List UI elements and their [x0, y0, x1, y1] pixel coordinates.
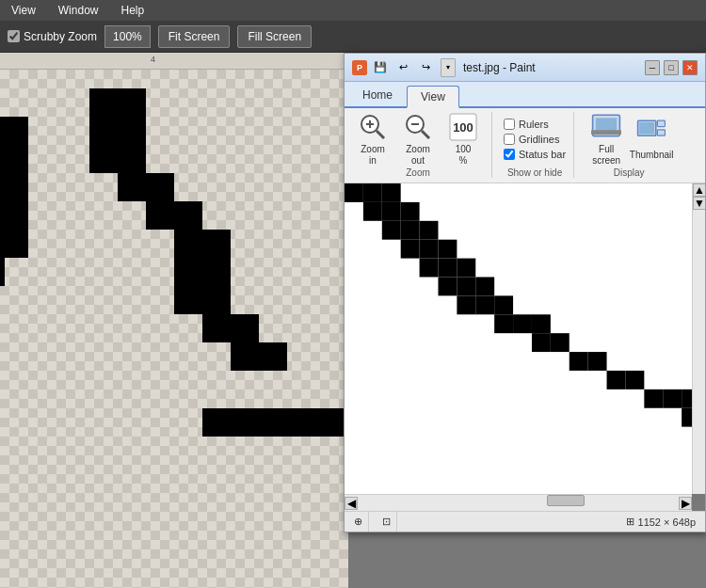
svg-rect-43: [591, 130, 621, 135]
show-hide-checkboxes: Rulers Gridlines Status bar: [504, 115, 566, 164]
menu-window[interactable]: Window: [55, 2, 103, 19]
fit-screen-button[interactable]: Fit Screen: [158, 25, 231, 48]
position-icon: ⊕: [354, 516, 362, 528]
svg-rect-30: [0, 230, 28, 258]
dimensions-text: 1152 × 648p: [638, 516, 696, 528]
svg-rect-76: [607, 371, 626, 389]
paint-window: P 💾 ↩ ↪ ▾ test.jpg - Paint ─ □ ✕ Home Vi…: [344, 53, 706, 532]
rulers-toggle[interactable]: Rulers: [504, 119, 566, 130]
vscroll-down-arrow[interactable]: ▼: [693, 197, 705, 210]
rulers-checkbox[interactable]: [504, 119, 515, 130]
svg-rect-17: [231, 314, 259, 342]
dimensions-icon: ⊞: [626, 516, 634, 528]
gridlines-checkbox[interactable]: [504, 134, 515, 145]
hscroll-thumb[interactable]: [547, 495, 585, 506]
menu-view[interactable]: View: [8, 2, 40, 19]
statusbar-checkbox[interactable]: [504, 149, 515, 160]
svg-rect-71: [532, 314, 551, 333]
display-label: Display: [614, 166, 645, 178]
statusbar-toggle[interactable]: Status bar: [504, 149, 566, 160]
svg-rect-23: [287, 408, 315, 437]
svg-rect-3: [118, 117, 146, 145]
svg-rect-45: [639, 121, 654, 134]
paint-titlebar: P 💾 ↩ ↪ ▾ test.jpg - Paint ─ □ ✕: [345, 54, 705, 82]
redo-quick-btn[interactable]: ↪: [416, 58, 435, 77]
quick-access-dropdown[interactable]: ▾: [441, 58, 456, 77]
svg-rect-59: [438, 240, 457, 259]
svg-rect-29: [0, 201, 28, 230]
fullscreen-button[interactable]: Fullscreen: [586, 113, 627, 166]
selection-icon: ⊡: [382, 516, 391, 528]
scrubby-zoom-toggle[interactable]: Scrubby Zoom: [8, 30, 97, 43]
svg-rect-46: [658, 120, 666, 126]
menu-help[interactable]: Help: [117, 2, 148, 19]
zoom-buttons: Zoomin Zoomout: [352, 112, 484, 166]
window-controls: ─ □ ✕: [645, 60, 698, 75]
svg-rect-53: [401, 202, 420, 221]
svg-rect-67: [475, 295, 494, 314]
svg-rect-50: [382, 183, 401, 202]
zoom-in-label: Zoomin: [361, 144, 385, 167]
svg-rect-68: [494, 295, 513, 314]
zoom-100-button[interactable]: 100 100%: [442, 113, 484, 166]
svg-rect-75: [588, 352, 607, 371]
ribbon-group-zoom: Zoomin Zoomout: [352, 112, 492, 178]
svg-rect-18: [231, 342, 259, 371]
svg-rect-47: [658, 129, 666, 135]
paint-vscroll[interactable]: ▲ ▼: [692, 183, 705, 494]
show-hide-content: Rulers Gridlines Status bar: [504, 112, 566, 166]
fullscreen-label: Fullscreen: [592, 144, 620, 167]
main-toolbar: Scrubby Zoom 100% Fit Screen Fill Screen: [0, 21, 706, 53]
scrubby-zoom-checkbox[interactable]: [8, 30, 20, 42]
ribbon-tabs: Home View: [345, 82, 705, 108]
top-menubar: View Window Help: [0, 0, 706, 21]
zoom-in-icon: [358, 112, 388, 142]
svg-rect-61: [438, 259, 457, 278]
svg-rect-78: [644, 389, 663, 408]
svg-rect-65: [475, 277, 494, 295]
zoom-display: 100%: [104, 25, 151, 48]
svg-rect-2: [89, 117, 118, 145]
scrubby-zoom-label: Scrubby Zoom: [24, 30, 97, 43]
svg-rect-69: [494, 314, 513, 333]
thumbnail-button[interactable]: Thumbnail: [631, 113, 672, 166]
svg-line-38: [422, 131, 429, 138]
paint-icon-text: P: [357, 63, 362, 72]
status-dimensions: ⊞ 1152 × 648p: [620, 512, 701, 532]
tab-view[interactable]: View: [407, 86, 459, 108]
rulers-label: Rulers: [519, 119, 549, 130]
svg-rect-9: [174, 201, 202, 230]
hscroll-right-arrow[interactable]: ▶: [679, 497, 692, 510]
maximize-button[interactable]: □: [664, 60, 679, 75]
paint-app-icon: P: [352, 60, 367, 75]
svg-rect-79: [663, 389, 682, 408]
paint-pixel-art: [345, 183, 705, 494]
thumbnail-label: Thumbnail: [630, 150, 674, 161]
svg-rect-5: [118, 145, 146, 173]
svg-rect-21: [231, 408, 259, 437]
zoom-in-button[interactable]: Zoomin: [352, 113, 393, 166]
ribbon-group-display: Fullscreen Thumbnail: [586, 112, 680, 178]
vscroll-up-arrow[interactable]: ▲: [693, 183, 705, 197]
gridlines-toggle[interactable]: Gridlines: [504, 134, 566, 145]
paint-canvas-view: ◀ ▶ ▲ ▼: [345, 183, 705, 511]
svg-rect-28: [0, 173, 28, 201]
minimize-button[interactable]: ─: [645, 60, 660, 75]
zoom-100-label: 100%: [456, 144, 472, 167]
tab-home[interactable]: Home: [348, 84, 407, 106]
svg-rect-0: [89, 88, 118, 117]
svg-rect-26: [0, 117, 28, 145]
paint-hscroll[interactable]: ◀ ▶: [345, 494, 692, 511]
svg-rect-74: [570, 352, 588, 371]
display-content: Fullscreen Thumbnail: [586, 112, 672, 166]
svg-rect-20: [202, 408, 231, 437]
hscroll-left-arrow[interactable]: ◀: [345, 497, 358, 510]
close-button[interactable]: ✕: [682, 60, 698, 75]
svg-rect-31: [0, 258, 5, 286]
fill-screen-button[interactable]: Fill Screen: [237, 25, 312, 48]
svg-rect-54: [382, 221, 401, 240]
svg-rect-1: [118, 88, 146, 117]
save-quick-btn[interactable]: 💾: [371, 58, 390, 77]
undo-quick-btn[interactable]: ↩: [393, 58, 412, 77]
zoom-out-button[interactable]: Zoomout: [397, 113, 439, 166]
